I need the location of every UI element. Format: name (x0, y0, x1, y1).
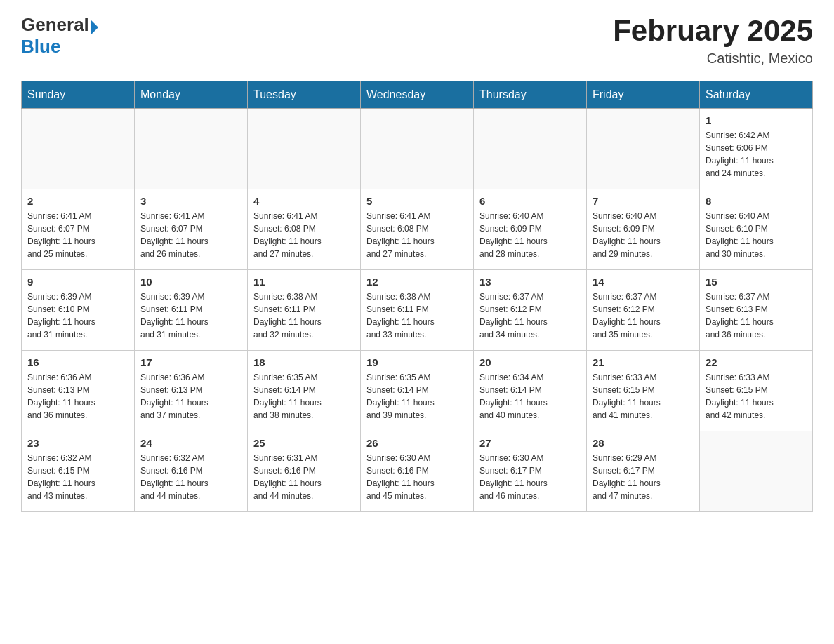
day-number: 13 (479, 276, 581, 288)
day-number: 8 (706, 195, 807, 207)
day-number: 22 (706, 356, 807, 368)
day-info: Sunrise: 6:32 AM Sunset: 6:15 PM Dayligh… (27, 452, 128, 502)
day-info: Sunrise: 6:35 AM Sunset: 6:14 PM Dayligh… (253, 371, 355, 422)
calendar-day-cell: 7Sunrise: 6:40 AM Sunset: 6:09 PM Daylig… (587, 189, 700, 270)
day-info: Sunrise: 6:41 AM Sunset: 6:07 PM Dayligh… (140, 210, 241, 260)
day-info: Sunrise: 6:36 AM Sunset: 6:13 PM Dayligh… (140, 371, 241, 422)
calendar-title: February 2025 (613, 14, 813, 48)
calendar-subtitle: Catishtic, Mexico (613, 51, 813, 67)
day-info: Sunrise: 6:39 AM Sunset: 6:10 PM Dayligh… (27, 290, 128, 341)
day-number: 15 (706, 276, 807, 288)
calendar-day-cell (587, 109, 700, 189)
day-info: Sunrise: 6:40 AM Sunset: 6:09 PM Dayligh… (593, 210, 694, 260)
day-info: Sunrise: 6:42 AM Sunset: 6:06 PM Dayligh… (706, 129, 807, 180)
day-number: 21 (593, 356, 694, 368)
calendar-day-cell: 19Sunrise: 6:35 AM Sunset: 6:14 PM Dayli… (361, 351, 474, 431)
day-number: 2 (27, 195, 128, 207)
calendar-header-row: SundayMondayTuesdayWednesdayThursdayFrid… (22, 81, 813, 109)
day-number: 19 (366, 356, 468, 368)
calendar-day-cell: 4Sunrise: 6:41 AM Sunset: 6:08 PM Daylig… (248, 189, 361, 270)
day-number: 24 (140, 437, 241, 449)
day-number: 6 (479, 195, 581, 207)
day-number: 16 (27, 356, 128, 368)
day-info: Sunrise: 6:40 AM Sunset: 6:09 PM Dayligh… (479, 210, 581, 260)
title-section: February 2025 Catishtic, Mexico (613, 14, 813, 67)
day-number: 26 (366, 437, 468, 449)
day-info: Sunrise: 6:37 AM Sunset: 6:12 PM Dayligh… (479, 290, 581, 341)
calendar-day-cell: 22Sunrise: 6:33 AM Sunset: 6:15 PM Dayli… (700, 351, 813, 431)
calendar-day-header: Tuesday (248, 81, 361, 109)
day-number: 25 (253, 437, 355, 449)
day-number: 5 (366, 195, 468, 207)
calendar-week-row: 23Sunrise: 6:32 AM Sunset: 6:15 PM Dayli… (22, 431, 813, 512)
day-number: 11 (253, 276, 355, 288)
logo-general: General (21, 14, 89, 36)
day-number: 3 (140, 195, 241, 207)
calendar-day-cell: 8Sunrise: 6:40 AM Sunset: 6:10 PM Daylig… (700, 189, 813, 270)
calendar-day-header: Sunday (22, 81, 135, 109)
day-info: Sunrise: 6:38 AM Sunset: 6:11 PM Dayligh… (366, 290, 468, 341)
day-number: 1 (706, 114, 807, 126)
calendar-day-cell (248, 109, 361, 189)
day-info: Sunrise: 6:39 AM Sunset: 6:11 PM Dayligh… (140, 290, 241, 341)
calendar-day-header: Monday (135, 81, 248, 109)
calendar-day-cell: 24Sunrise: 6:32 AM Sunset: 6:16 PM Dayli… (135, 431, 248, 512)
day-number: 4 (253, 195, 355, 207)
day-info: Sunrise: 6:41 AM Sunset: 6:08 PM Dayligh… (253, 210, 355, 260)
calendar-week-row: 16Sunrise: 6:36 AM Sunset: 6:13 PM Dayli… (22, 351, 813, 431)
calendar-day-cell: 1Sunrise: 6:42 AM Sunset: 6:06 PM Daylig… (700, 109, 813, 189)
day-info: Sunrise: 6:32 AM Sunset: 6:16 PM Dayligh… (140, 452, 241, 502)
logo: General Blue (21, 14, 98, 58)
calendar-day-cell: 21Sunrise: 6:33 AM Sunset: 6:15 PM Dayli… (587, 351, 700, 431)
calendar-day-cell: 6Sunrise: 6:40 AM Sunset: 6:09 PM Daylig… (474, 189, 587, 270)
calendar-day-cell: 26Sunrise: 6:30 AM Sunset: 6:16 PM Dayli… (361, 431, 474, 512)
day-info: Sunrise: 6:37 AM Sunset: 6:13 PM Dayligh… (706, 290, 807, 341)
day-info: Sunrise: 6:41 AM Sunset: 6:08 PM Dayligh… (366, 210, 468, 260)
day-info: Sunrise: 6:33 AM Sunset: 6:15 PM Dayligh… (593, 371, 694, 422)
calendar-day-header: Friday (587, 81, 700, 109)
calendar-day-cell: 10Sunrise: 6:39 AM Sunset: 6:11 PM Dayli… (135, 270, 248, 351)
logo-arrow-icon (91, 20, 98, 34)
day-number: 27 (479, 437, 581, 449)
day-info: Sunrise: 6:30 AM Sunset: 6:17 PM Dayligh… (479, 452, 581, 502)
calendar-day-cell: 20Sunrise: 6:34 AM Sunset: 6:14 PM Dayli… (474, 351, 587, 431)
day-number: 23 (27, 437, 128, 449)
calendar-day-cell: 13Sunrise: 6:37 AM Sunset: 6:12 PM Dayli… (474, 270, 587, 351)
day-info: Sunrise: 6:37 AM Sunset: 6:12 PM Dayligh… (593, 290, 694, 341)
calendar-day-cell: 23Sunrise: 6:32 AM Sunset: 6:15 PM Dayli… (22, 431, 135, 512)
calendar-week-row: 9Sunrise: 6:39 AM Sunset: 6:10 PM Daylig… (22, 270, 813, 351)
day-number: 9 (27, 276, 128, 288)
day-number: 10 (140, 276, 241, 288)
day-number: 17 (140, 356, 241, 368)
calendar-day-cell: 27Sunrise: 6:30 AM Sunset: 6:17 PM Dayli… (474, 431, 587, 512)
day-number: 20 (479, 356, 581, 368)
day-number: 7 (593, 195, 694, 207)
calendar-day-header: Thursday (474, 81, 587, 109)
calendar-day-cell: 2Sunrise: 6:41 AM Sunset: 6:07 PM Daylig… (22, 189, 135, 270)
day-info: Sunrise: 6:29 AM Sunset: 6:17 PM Dayligh… (593, 452, 694, 502)
day-info: Sunrise: 6:30 AM Sunset: 6:16 PM Dayligh… (366, 452, 468, 502)
calendar-day-cell: 9Sunrise: 6:39 AM Sunset: 6:10 PM Daylig… (22, 270, 135, 351)
calendar-day-cell (22, 109, 135, 189)
day-info: Sunrise: 6:31 AM Sunset: 6:16 PM Dayligh… (253, 452, 355, 502)
calendar-day-cell: 5Sunrise: 6:41 AM Sunset: 6:08 PM Daylig… (361, 189, 474, 270)
calendar-day-cell: 15Sunrise: 6:37 AM Sunset: 6:13 PM Dayli… (700, 270, 813, 351)
calendar-day-cell: 28Sunrise: 6:29 AM Sunset: 6:17 PM Dayli… (587, 431, 700, 512)
day-info: Sunrise: 6:38 AM Sunset: 6:11 PM Dayligh… (253, 290, 355, 341)
day-number: 28 (593, 437, 694, 449)
calendar-day-cell (474, 109, 587, 189)
day-number: 14 (593, 276, 694, 288)
calendar-day-cell: 11Sunrise: 6:38 AM Sunset: 6:11 PM Dayli… (248, 270, 361, 351)
calendar-day-cell: 25Sunrise: 6:31 AM Sunset: 6:16 PM Dayli… (248, 431, 361, 512)
calendar-day-cell (361, 109, 474, 189)
calendar-day-cell (135, 109, 248, 189)
calendar-day-cell: 3Sunrise: 6:41 AM Sunset: 6:07 PM Daylig… (135, 189, 248, 270)
calendar-week-row: 1Sunrise: 6:42 AM Sunset: 6:06 PM Daylig… (22, 109, 813, 189)
day-info: Sunrise: 6:34 AM Sunset: 6:14 PM Dayligh… (479, 371, 581, 422)
day-info: Sunrise: 6:41 AM Sunset: 6:07 PM Dayligh… (27, 210, 128, 260)
day-info: Sunrise: 6:36 AM Sunset: 6:13 PM Dayligh… (27, 371, 128, 422)
calendar-day-cell (700, 431, 813, 512)
calendar-day-cell: 12Sunrise: 6:38 AM Sunset: 6:11 PM Dayli… (361, 270, 474, 351)
calendar-day-cell: 17Sunrise: 6:36 AM Sunset: 6:13 PM Dayli… (135, 351, 248, 431)
day-info: Sunrise: 6:40 AM Sunset: 6:10 PM Dayligh… (706, 210, 807, 260)
